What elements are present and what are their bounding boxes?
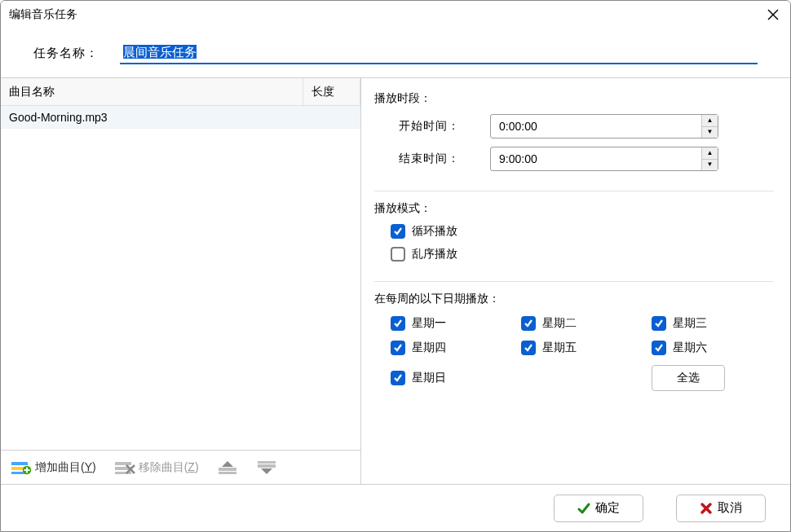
weekdays-title: 在每周的以下日期播放： — [374, 292, 774, 306]
start-time-row: 开始时间： 0:00:00 ▲ ▼ — [399, 114, 774, 138]
cancel-label: 取消 — [718, 500, 742, 516]
settings-pane: 播放时段： 开始时间： 0:00:00 ▲ ▼ 结束时间： 9:00:00 — [361, 78, 790, 484]
loop-checkbox[interactable] — [391, 224, 405, 239]
move-down-icon — [256, 460, 277, 475]
svg-marker-18 — [261, 468, 272, 474]
playback-period-section: 播放时段： 开始时间： 0:00:00 ▲ ▼ 结束时间： 9:00:00 — [374, 86, 774, 191]
titlebar: 编辑音乐任务 — [1, 1, 790, 29]
task-name-row: 任务名称： 晨间音乐任务 — [1, 29, 790, 77]
loop-label: 循环播放 — [412, 224, 457, 239]
playback-mode-title: 播放模式： — [374, 201, 774, 216]
weekday-checkbox[interactable] — [521, 341, 536, 355]
add-track-button[interactable]: 增加曲目(Y) — [6, 455, 101, 480]
task-name-input[interactable]: 晨间音乐任务 — [120, 42, 758, 64]
end-time-label: 结束时间： — [399, 152, 472, 166]
weekday-checkbox-row[interactable]: 星期三 — [652, 316, 774, 331]
edit-music-task-dialog: 编辑音乐任务 任务名称： 晨间音乐任务 曲目名称 长度 Good-Morni — [0, 0, 791, 532]
select-all-button[interactable]: 全选 — [652, 365, 725, 391]
start-time-down[interactable]: ▼ — [702, 127, 718, 138]
move-up-icon — [217, 460, 238, 475]
svg-rect-13 — [219, 468, 236, 471]
svg-rect-2 — [11, 462, 28, 465]
column-track-name[interactable]: 曲目名称 — [1, 78, 303, 105]
move-down-button — [251, 455, 282, 480]
weekday-label: 星期六 — [673, 341, 707, 355]
start-time-value: 0:00:00 — [491, 115, 701, 138]
tracklist: 曲目名称 长度 Good-Morning.mp3 — [1, 78, 360, 450]
weekday-checkbox-row[interactable]: 星期六 — [652, 341, 774, 355]
weekday-checkbox-row[interactable]: 星期一 — [391, 316, 513, 331]
start-time-label: 开始时间： — [399, 119, 472, 134]
weekdays-grid: 星期一星期二星期三星期四星期五星期六星期日全选 — [391, 316, 774, 391]
close-button[interactable] — [766, 7, 780, 22]
dialog-button-bar: 确定 取消 — [1, 484, 790, 531]
track-name-cell: Good-Morning.mp3 — [1, 111, 303, 124]
close-icon — [767, 9, 779, 20]
weekday-checkbox[interactable] — [391, 371, 405, 385]
svg-marker-15 — [222, 461, 233, 467]
remove-track-label: 移除曲目(Z) — [139, 460, 199, 475]
end-time-input[interactable]: 9:00:00 ▲ ▼ — [490, 147, 718, 171]
end-time-value: 9:00:00 — [491, 147, 701, 170]
weekdays-section: 在每周的以下日期播放： 星期一星期二星期三星期四星期五星期六星期日全选 — [374, 287, 774, 402]
cancel-icon — [700, 502, 713, 515]
weekday-checkbox[interactable] — [391, 316, 405, 331]
shuffle-checkbox[interactable] — [391, 247, 405, 262]
cancel-button[interactable]: 取消 — [676, 495, 766, 522]
main-area: 曲目名称 长度 Good-Morning.mp3 — [1, 77, 790, 484]
end-time-row: 结束时间： 9:00:00 ▲ ▼ — [399, 147, 774, 171]
weekday-label: 星期一 — [412, 316, 446, 331]
column-track-length[interactable]: 长度 — [303, 78, 360, 105]
weekday-label: 星期三 — [673, 316, 707, 331]
svg-rect-14 — [219, 472, 236, 474]
weekday-checkbox[interactable] — [652, 341, 666, 355]
ok-button[interactable]: 确定 — [554, 495, 643, 522]
weekday-label: 星期日 — [412, 371, 446, 385]
weekday-label: 星期五 — [542, 341, 577, 355]
start-time-up[interactable]: ▲ — [702, 115, 718, 127]
weekday-checkbox-row[interactable]: 星期日 — [391, 371, 513, 385]
svg-rect-17 — [258, 464, 276, 468]
start-time-spinner: ▲ ▼ — [701, 115, 718, 138]
remove-track-icon — [114, 460, 135, 475]
task-name-label: 任务名称： — [33, 46, 99, 61]
svg-rect-8 — [115, 462, 131, 465]
check-icon — [577, 502, 590, 515]
table-row[interactable]: Good-Morning.mp3 — [1, 106, 360, 129]
tracklist-pane: 曲目名称 长度 Good-Morning.mp3 — [1, 78, 361, 484]
track-toolbar: 增加曲目(Y) 移除曲目(Z) — [1, 450, 360, 484]
weekday-checkbox-row[interactable]: 星期五 — [521, 341, 643, 355]
loop-checkbox-row[interactable]: 循环播放 — [391, 224, 774, 239]
end-time-up[interactable]: ▲ — [702, 147, 718, 160]
start-time-input[interactable]: 0:00:00 ▲ ▼ — [490, 114, 718, 138]
task-name-value: 晨间音乐任务 — [123, 45, 197, 59]
playback-mode-section: 播放模式： 循环播放 乱序播放 — [374, 196, 774, 282]
weekday-label: 星期四 — [412, 341, 446, 355]
add-track-label: 增加曲目(Y) — [35, 460, 96, 475]
svg-rect-7 — [24, 469, 30, 471]
weekday-checkbox[interactable] — [521, 316, 536, 331]
end-time-spinner: ▲ ▼ — [701, 147, 718, 170]
playback-period-title: 播放时段： — [374, 91, 774, 106]
remove-track-button: 移除曲目(Z) — [109, 455, 204, 480]
end-time-down[interactable]: ▼ — [702, 160, 718, 171]
svg-rect-16 — [258, 461, 276, 464]
tracklist-header: 曲目名称 长度 — [1, 78, 360, 106]
ok-label: 确定 — [595, 500, 620, 516]
move-up-button — [212, 455, 243, 480]
weekday-checkbox-row[interactable]: 星期二 — [521, 316, 643, 331]
window-title: 编辑音乐任务 — [9, 7, 77, 22]
tracklist-body[interactable]: Good-Morning.mp3 — [1, 106, 360, 450]
shuffle-label: 乱序播放 — [412, 247, 457, 262]
weekday-checkbox[interactable] — [391, 341, 405, 355]
weekday-label: 星期二 — [542, 316, 577, 331]
weekday-checkbox[interactable] — [652, 316, 666, 331]
weekday-checkbox-row[interactable]: 星期四 — [391, 341, 513, 355]
add-track-icon — [11, 460, 32, 475]
shuffle-checkbox-row[interactable]: 乱序播放 — [391, 247, 774, 262]
